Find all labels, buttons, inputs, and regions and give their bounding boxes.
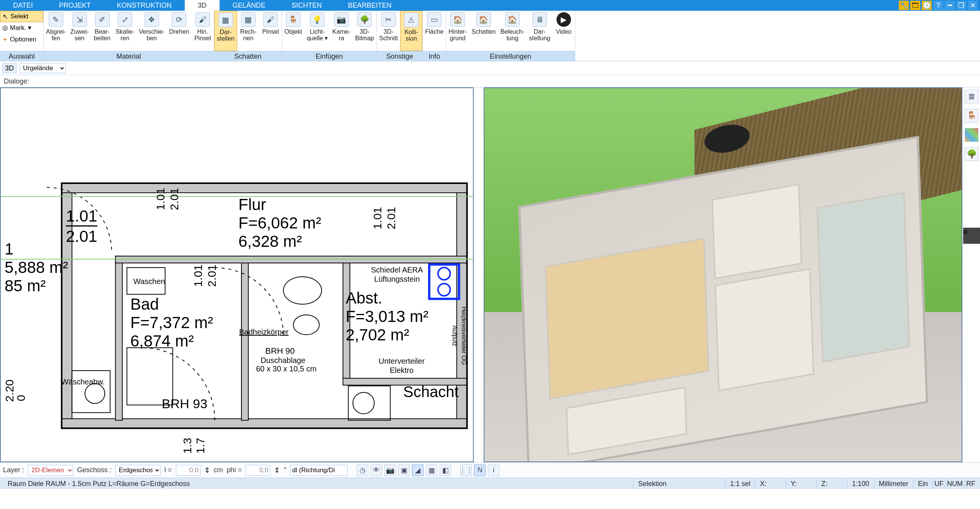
note-waschen: Waschen	[133, 277, 165, 286]
ribbon-flaeche[interactable]: ▭Fläche	[423, 11, 446, 51]
tab-gelaende[interactable]: GELÄNDE	[220, 0, 279, 11]
layer-select[interactable]: 2D-Elemen	[28, 465, 73, 476]
ribbon-kollision[interactable]: ⚠Kolli- sion	[400, 11, 422, 51]
side-optionen[interactable]: +Optionen	[0, 34, 43, 45]
view-3d-pane[interactable]	[484, 87, 962, 462]
n-icon[interactable]: N	[474, 465, 486, 476]
darstellung2-label: Dar- stellung	[529, 28, 550, 41]
dots-icon[interactable]: ⋮⋮	[460, 465, 472, 476]
ribbon-pinsel[interactable]: 🖌Pinsel	[259, 11, 282, 51]
ribbon-objekt[interactable]: 🪑Objekt	[282, 11, 304, 51]
hinpinsel-label: Hin. Pinsel	[194, 28, 211, 41]
flaeche-icon: ▭	[427, 12, 442, 27]
svg-rect-16	[429, 264, 459, 299]
palette-icon[interactable]	[965, 128, 978, 142]
phi-label: phi =	[227, 466, 242, 474]
svg-rect-14	[348, 386, 391, 420]
ribbon-group-label: Schatten	[214, 51, 282, 61]
abgreifen-icon: ✎	[49, 12, 63, 27]
rechnen-icon: ▦	[241, 12, 256, 27]
drehen-icon: ⟳	[172, 12, 186, 27]
ribbon-zuweisen[interactable]: ⇲Zuwei- sen	[68, 11, 91, 51]
tool-save-icon[interactable]: 🗔	[910, 1, 920, 10]
ribbon-darstellen[interactable]: ▦Dar- stellen	[214, 11, 237, 51]
ribbon-hinpinsel[interactable]: 🖌Hin. Pinsel	[192, 11, 214, 51]
tab-konstruktion[interactable]: KONSTRUKTION	[104, 0, 185, 11]
chair-icon[interactable]: 🪑	[965, 109, 978, 123]
grid-icon[interactable]: ▦	[426, 465, 437, 476]
tab-3d[interactable]: 3D	[185, 0, 220, 11]
tool-wrench-icon[interactable]: 🔧	[899, 1, 909, 10]
objekt-icon: 🪑	[286, 12, 300, 27]
svg-point-17	[438, 268, 450, 280]
surface-icon[interactable]: ◢	[412, 465, 424, 476]
clock-icon[interactable]: ◷	[357, 465, 368, 476]
svg-point-18	[438, 284, 450, 296]
tool-clock-icon[interactable]: 🕓	[922, 1, 932, 10]
ribbon-beleuchtung[interactable]: 🏠Beleuch- tung	[498, 11, 527, 51]
status-y: Y:	[786, 478, 817, 489]
svg-rect-6	[241, 256, 248, 420]
ribbon-darstellung2[interactable]: 🖥Dar- stellung	[527, 11, 553, 51]
note-heizkreis: Heizkreisverteiler OG Aufputz	[450, 307, 468, 365]
ribbon-bearbeiten[interactable]: ✐Bear- beiten	[91, 11, 113, 51]
tab-bearbeiten[interactable]: BEARBEITEN	[335, 0, 405, 11]
kamera-label: Kame- ra	[332, 28, 350, 41]
tab-projekt[interactable]: PROJEKT	[46, 0, 104, 11]
hintergrund-icon: 🏠	[450, 12, 465, 27]
restore-icon[interactable]: ❐	[956, 1, 966, 10]
mode-badge-3d[interactable]: 3D	[2, 63, 16, 73]
minimize-icon[interactable]: ━	[945, 1, 955, 10]
ribbon-group-label: Info	[423, 51, 446, 61]
side-selekt[interactable]: ↖Selekt	[0, 11, 43, 22]
rechnen-label: Rech- nen	[240, 28, 257, 41]
window-icon[interactable]: ▣	[398, 465, 410, 476]
layer-dropdown[interactable]: Urgelände	[20, 63, 66, 73]
workspace: Flur F=6,062 m² 6,328 m² Bad F=7,372 m² …	[0, 87, 980, 462]
ribbon-3dschnitt[interactable]: ✂3D- Schnitt	[377, 11, 400, 51]
svg-rect-5	[115, 256, 122, 420]
spin-icon[interactable]: ⇕	[204, 466, 210, 475]
ribbon: ↖Selekt ◎Mark.▾ +Optionen Auswahl ✎Abgre…	[0, 11, 980, 61]
help-icon[interactable]: ?	[933, 1, 943, 10]
side-mark[interactable]: ◎Mark.▾	[0, 22, 43, 34]
ribbon-hintergrund[interactable]: 🏠Hinter- grund	[446, 11, 469, 51]
l-unit: cm	[214, 466, 223, 474]
tab-datei[interactable]: DATEI	[0, 0, 46, 11]
camera-icon[interactable]: 📷	[384, 465, 396, 476]
ribbon-lichtquelle[interactable]: 💡Licht- quelle ▾	[304, 11, 330, 51]
room-label-left: 1 5,888 m² 85 m²	[5, 240, 68, 295]
info-icon[interactable]: i	[488, 465, 499, 476]
tab-sichten[interactable]: SICHTEN	[279, 0, 335, 11]
ribbon-kamera[interactable]: 📷Kame- ra	[330, 11, 353, 51]
close-icon[interactable]: ✕	[968, 1, 978, 10]
pinsel-label: Pinsel	[262, 28, 279, 35]
ribbon-verschieben[interactable]: ✥Verschie- ben	[137, 11, 167, 51]
layers-icon[interactable]: ≣	[965, 90, 978, 103]
eye-icon[interactable]: 👁	[371, 465, 382, 476]
phi-input[interactable]	[246, 465, 270, 476]
ribbon-group-einstellungen: 🏠Hinter- grund🏠Schatten🏠Beleuch- tung🖥Da…	[446, 11, 575, 61]
ribbon-drehen[interactable]: ⟳Drehen	[167, 11, 191, 51]
note-duschablage-dim: 60 x 30 x 10,5 cm	[256, 364, 317, 373]
floorplan-2d-pane[interactable]: Flur F=6,062 m² 6,328 m² Bad F=7,372 m² …	[0, 87, 474, 462]
ribbon-schatten2[interactable]: 🏠Schatten	[469, 11, 498, 51]
ribbon-skalieren[interactable]: ⤢Skalie- ren	[113, 11, 137, 51]
darstellung2-icon: 🖥	[532, 12, 547, 27]
ribbon-video[interactable]: ▶Video	[553, 11, 575, 51]
side-panel-handle[interactable]: ≡	[963, 228, 980, 244]
ribbon-rechnen[interactable]: ▦Rech- nen	[237, 11, 259, 51]
tree-icon[interactable]: 🌳	[965, 147, 978, 161]
ribbon-abgreifen[interactable]: ✎Abgrei- fen	[44, 11, 68, 51]
ribbon-group-label-auswahl: Auswahl	[0, 51, 43, 61]
target-icon: ◎	[2, 25, 8, 31]
geschoss-select[interactable]: Erdgeschos	[115, 465, 161, 476]
dl-input[interactable]	[290, 465, 348, 476]
ribbon-3dbitmap[interactable]: 🌳3D- Bitmap	[353, 11, 376, 51]
side-mark-label: Mark.	[10, 24, 26, 32]
spin-icon[interactable]: ⇕	[274, 466, 280, 475]
layers2-icon[interactable]: ◧	[440, 465, 451, 476]
dim-left-top: 1.012.01	[66, 207, 97, 246]
3dschnitt-label: 3D- Schnitt	[379, 28, 398, 41]
l-input[interactable]	[176, 465, 200, 476]
